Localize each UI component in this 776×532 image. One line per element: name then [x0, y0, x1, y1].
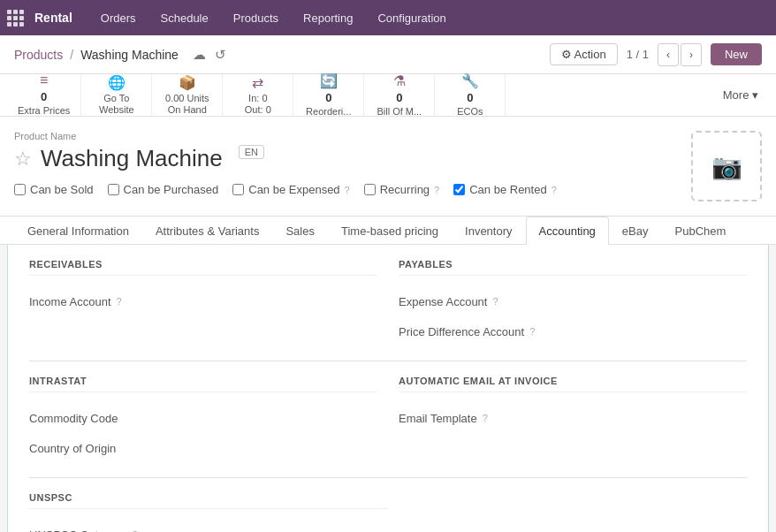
email-template-field: Email Template ?	[399, 403, 747, 433]
product-image[interactable]: 📷	[691, 131, 762, 201]
country-of-origin-field: Country of Origin	[29, 433, 377, 463]
breadcrumb-parent[interactable]: Products	[14, 48, 63, 62]
language-badge[interactable]: EN	[239, 145, 264, 159]
toolbar-more[interactable]: More ▾	[712, 74, 769, 116]
bom-label: Bill Of M...	[377, 106, 422, 118]
nav-orders[interactable]: Orders	[90, 6, 147, 30]
toolbar-units-on-hand[interactable]: 📦 0.00 UnitsOn Hand	[152, 74, 223, 116]
extra-prices-count: 0	[41, 90, 47, 103]
tab-pubchem[interactable]: PubChem	[662, 217, 740, 245]
transfers-icon: ⇄	[252, 74, 263, 91]
breadcrumb-right: ⚙ Action 1 / 1 ‹ › New	[550, 43, 762, 66]
extra-prices-label: Extra Prices	[18, 105, 70, 117]
can-be-expensed-input[interactable]	[232, 184, 244, 195]
recurring-help-icon[interactable]: ?	[434, 185, 439, 195]
expense-account-value[interactable]	[504, 292, 747, 311]
can-be-sold-input[interactable]	[14, 184, 26, 195]
unspsc-section: UNSPSC UNSPSC Category ?	[29, 492, 388, 532]
extra-prices-icon: ≡	[40, 72, 48, 88]
payables-section: PAYABLES Expense Account ? Price Differe…	[399, 259, 747, 346]
intrastat-section: INTRASTAT Commodity Code Country of Orig…	[29, 376, 377, 463]
nav-products[interactable]: Products	[223, 6, 289, 30]
breadcrumb-left: Products / Washing Machine ☁ ↺	[14, 47, 226, 63]
can-be-rented-input[interactable]	[453, 184, 465, 195]
section-divider-1	[29, 361, 747, 361]
tab-accounting[interactable]: Accounting	[526, 217, 609, 245]
units-label: 0.00 UnitsOn Hand	[165, 93, 209, 116]
email-template-value[interactable]	[493, 408, 747, 428]
recurring-input[interactable]	[364, 184, 376, 195]
bom-count: 0	[396, 91, 402, 104]
price-difference-help[interactable]: ?	[529, 326, 535, 337]
tab-time-based-pricing[interactable]: Time-based pricing	[328, 217, 452, 245]
recurring-checkbox[interactable]: Recurring ?	[364, 183, 439, 196]
can-be-purchased-checkbox[interactable]: Can be Purchased	[108, 183, 219, 196]
toolbar-extra-prices[interactable]: ≡ 0 Extra Prices	[7, 74, 81, 116]
unspsc-category-label: UNSPSC Category	[29, 528, 127, 533]
intrastat-email-row: INTRASTAT Commodity Code Country of Orig…	[29, 376, 747, 463]
tab-sales[interactable]: Sales	[272, 217, 328, 245]
toolbar-reorder[interactable]: 🔄 0 Reorderi...	[293, 74, 364, 116]
bom-icon: ⚗	[393, 72, 406, 89]
ecos-label: ECOs	[457, 106, 483, 118]
automatic-email-section: AUTOMATIC EMAIL AT INVOICE Email Templat…	[399, 376, 747, 463]
receivables-payables-row: RECEIVABLES Income Account ? PAYABLES Ex…	[29, 259, 747, 346]
tab-general-information[interactable]: General Information	[14, 217, 142, 245]
automatic-email-title: AUTOMATIC EMAIL AT INVOICE	[399, 376, 747, 392]
prev-arrow[interactable]: ‹	[658, 43, 679, 66]
intrastat-title: INTRASTAT	[29, 376, 377, 392]
income-account-value[interactable]	[127, 292, 377, 311]
nav-configuration[interactable]: Configuration	[367, 6, 456, 30]
can-be-purchased-input[interactable]	[108, 184, 119, 195]
expensed-help-icon[interactable]: ?	[345, 185, 350, 195]
unspsc-category-field: UNSPSC Category ?	[29, 520, 388, 532]
can-be-expensed-checkbox[interactable]: Can be Expensed ?	[232, 183, 349, 196]
unspsc-category-value[interactable]	[143, 525, 388, 532]
email-template-help[interactable]: ?	[483, 413, 488, 423]
navigation-arrows: ‹ ›	[658, 43, 702, 66]
price-difference-value[interactable]	[540, 322, 747, 341]
tab-attributes-variants[interactable]: Attributes & Variants	[142, 217, 273, 245]
can-be-rented-checkbox[interactable]: Can be Rented ?	[453, 183, 557, 196]
recurring-label: Recurring	[380, 183, 430, 196]
toolbar-go-to-website[interactable]: 🌐 Go ToWebsite	[81, 74, 152, 116]
country-of-origin-value[interactable]	[121, 438, 377, 458]
breadcrumb-current: Washing Machine	[80, 48, 179, 62]
action-toolbar: ≡ 0 Extra Prices 🌐 Go ToWebsite 📦 0.00 U…	[0, 74, 776, 117]
can-be-rented-label: Can be Rented	[469, 183, 546, 196]
tab-ebay[interactable]: eBay	[609, 217, 662, 245]
refresh-icon[interactable]: ↺	[215, 47, 226, 63]
expense-account-help[interactable]: ?	[492, 296, 498, 307]
tab-inventory[interactable]: Inventory	[452, 217, 525, 245]
next-arrow[interactable]: ›	[681, 43, 702, 66]
units-icon: 📦	[179, 74, 196, 91]
nav-schedule[interactable]: Schedule	[150, 6, 219, 30]
product-name[interactable]: Washing Machine	[41, 145, 223, 172]
can-be-sold-checkbox[interactable]: Can be Sold	[14, 183, 94, 196]
product-title: ☆ Washing Machine EN	[14, 145, 691, 172]
payables-title: PAYABLES	[399, 259, 747, 276]
app-grid-icon[interactable]	[7, 10, 24, 27]
favorite-star-icon[interactable]: ☆	[14, 148, 32, 171]
rented-help-icon[interactable]: ?	[552, 185, 557, 195]
product-header: Product Name ☆ Washing Machine EN Can be…	[14, 131, 762, 201]
camera-icon: 📷	[711, 152, 742, 181]
new-button[interactable]: New	[711, 43, 762, 65]
cloud-save-icon[interactable]: ☁	[193, 47, 206, 63]
tabs-bar: General Information Attributes & Variant…	[0, 217, 776, 245]
top-navigation: Rental Orders Schedule Products Reportin…	[0, 0, 776, 35]
app-name[interactable]: Rental	[34, 11, 72, 25]
commodity-code-label: Commodity Code	[29, 412, 118, 425]
toolbar-bom[interactable]: ⚗ 0 Bill Of M...	[364, 74, 435, 116]
income-account-help[interactable]: ?	[117, 296, 122, 307]
commodity-code-value[interactable]	[123, 408, 377, 428]
toolbar-ecos[interactable]: 🔧 0 ECOs	[435, 74, 506, 116]
nav-reporting[interactable]: Reporting	[293, 6, 363, 30]
toolbar-in-out[interactable]: ⇄ In: 0Out: 0	[223, 74, 293, 116]
ecos-count: 0	[467, 91, 473, 104]
action-button[interactable]: ⚙ Action	[550, 43, 618, 65]
expense-account-label: Expense Account	[399, 295, 487, 308]
breadcrumb-icons: ☁ ↺	[193, 47, 226, 63]
reorder-label: Reorderi...	[306, 106, 351, 118]
can-be-sold-label: Can be Sold	[30, 183, 94, 196]
